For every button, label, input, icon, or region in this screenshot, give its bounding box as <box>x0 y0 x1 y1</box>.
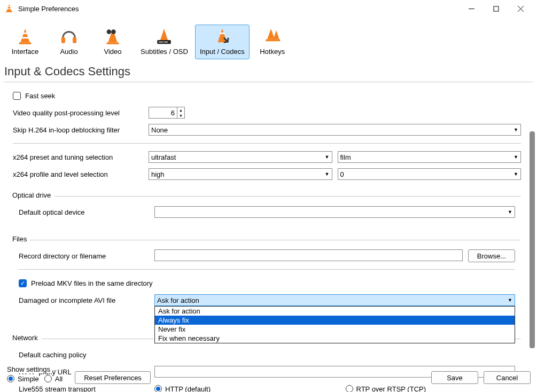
tab-label: Input / Codecs <box>200 48 245 56</box>
svg-rect-13 <box>73 37 76 43</box>
damaged-avi-option-always[interactable]: Always fix <box>155 316 515 325</box>
show-settings-simple-radio[interactable]: Simple <box>7 375 39 383</box>
scrollbar-thumb[interactable] <box>530 131 535 348</box>
x264-level-value: 0 <box>340 170 344 178</box>
input-codecs-icon <box>213 27 231 45</box>
svg-rect-26 <box>266 40 280 42</box>
chevron-down-icon: ▼ <box>325 171 330 177</box>
fast-seek-label: Fast seek <box>25 92 55 100</box>
minimize-button[interactable] <box>459 0 484 17</box>
damaged-avi-dropdown: Ask for action Always fix Never fix Fix … <box>154 306 515 343</box>
show-settings-group: Show settings Simple All <box>6 370 68 386</box>
tab-audio[interactable]: Audio <box>48 25 90 59</box>
quality-level-value: 6 <box>149 109 177 117</box>
chevron-down-icon: ▼ <box>513 127 518 132</box>
damaged-avi-label: Damaged or incomplete AVI file <box>19 296 154 304</box>
show-settings-all-label: All <box>55 375 63 383</box>
cancel-button[interactable]: Cancel <box>484 371 531 384</box>
audio-icon <box>60 27 78 45</box>
damaged-avi-option-when[interactable]: Fix when necessary <box>155 334 515 343</box>
svg-marker-24 <box>267 29 275 40</box>
optical-drive-group: Optical drive Default optical device ▼ <box>13 196 521 226</box>
svg-rect-2 <box>7 8 11 9</box>
titlebar: Simple Preferences <box>0 0 537 17</box>
tab-video[interactable]: Video <box>92 25 134 59</box>
record-dir-label: Record directory or filename <box>19 252 154 260</box>
svg-rect-11 <box>19 42 32 44</box>
tab-input-codecs[interactable]: Input / Codecs <box>195 25 250 59</box>
files-group: Files Record directory or filename Brows… <box>13 240 521 314</box>
damaged-avi-combo[interactable]: Ask for action ▼ <box>154 294 515 306</box>
vlc-icon <box>4 3 14 14</box>
svg-rect-3 <box>6 11 12 12</box>
x264-level-combo[interactable]: 0 ▼ <box>338 168 522 180</box>
subtitles-icon <box>155 27 173 45</box>
svg-marker-8 <box>21 29 30 43</box>
svg-rect-21 <box>164 42 168 42</box>
tab-hotkeys[interactable]: Hotkeys <box>252 25 293 59</box>
svg-point-16 <box>111 29 116 34</box>
settings-scroll-area: Fast seek Video quality post-processing … <box>0 82 537 355</box>
x264-tune-value: film <box>340 153 351 161</box>
interface-icon <box>16 27 34 45</box>
skip-deblock-combo[interactable]: None ▼ <box>149 124 521 136</box>
skip-deblock-label: Skip H.264 in-loop deblocking filter <box>13 126 149 134</box>
fast-seek-checkbox[interactable]: Fast seek <box>13 92 55 100</box>
x264-preset-label: x264 preset and tuning selection <box>13 153 149 161</box>
browse-button[interactable]: Browse... <box>468 249 515 262</box>
preload-mkv-label: Preload MKV files in the same directory <box>31 279 153 287</box>
window-title: Simple Preferences <box>18 5 79 13</box>
close-button[interactable] <box>508 0 533 17</box>
video-icon <box>104 27 122 45</box>
svg-rect-20 <box>159 42 164 42</box>
reset-preferences-button[interactable]: Reset Preferences <box>75 371 151 384</box>
x264-preset-combo[interactable]: ultrafast ▼ <box>149 151 332 163</box>
svg-rect-5 <box>494 6 499 11</box>
spin-up-icon[interactable]: ▲ <box>177 107 184 113</box>
skip-deblock-value: None <box>151 126 168 134</box>
tab-label: Interface <box>12 48 39 56</box>
chevron-down-icon: ▼ <box>325 154 330 160</box>
show-settings-legend: Show settings <box>7 365 52 373</box>
svg-rect-23 <box>220 33 225 34</box>
spin-down-icon[interactable]: ▼ <box>177 113 184 118</box>
quality-level-spinbox[interactable]: 6 ▲▼ <box>149 107 185 119</box>
caching-policy-label: Default caching policy <box>19 351 154 359</box>
chevron-down-icon: ▼ <box>513 154 518 160</box>
x264-profile-value: high <box>151 170 165 178</box>
svg-marker-25 <box>273 30 279 40</box>
files-legend: Files <box>12 235 30 243</box>
svg-rect-17 <box>107 42 119 44</box>
maximize-button[interactable] <box>484 0 508 17</box>
footer: Show settings Simple All Reset Preferenc… <box>0 363 537 392</box>
tab-interface[interactable]: Interface <box>4 25 46 59</box>
damaged-avi-value: Ask for action <box>157 296 199 304</box>
tab-subtitles-osd[interactable]: Subtitles / OSD <box>136 25 193 59</box>
x264-profile-label: x264 profile and level selection <box>13 170 149 178</box>
chevron-down-icon: ▼ <box>508 297 512 303</box>
tab-label: Audio <box>60 48 77 56</box>
divider <box>19 269 515 270</box>
x264-preset-value: ultrafast <box>151 153 176 161</box>
quality-level-label: Video quality post-processing level <box>13 109 149 117</box>
damaged-avi-option-never[interactable]: Never fix <box>155 325 515 334</box>
svg-rect-10 <box>22 37 29 38</box>
damaged-avi-option-ask[interactable]: Ask for action <box>155 307 515 316</box>
show-settings-simple-label: Simple <box>18 375 39 383</box>
default-optical-combo[interactable]: ▼ <box>154 206 515 218</box>
svg-rect-9 <box>23 33 28 34</box>
x264-tune-combo[interactable]: film ▼ <box>338 151 522 163</box>
show-settings-all-radio[interactable]: All <box>44 375 63 383</box>
default-optical-label: Default optical device <box>19 208 154 216</box>
network-legend: Network <box>12 334 41 342</box>
record-dir-input[interactable] <box>154 249 463 261</box>
preload-mkv-checkbox[interactable]: Preload MKV files in the same directory <box>19 279 153 287</box>
svg-rect-12 <box>61 37 65 43</box>
save-button[interactable]: Save <box>431 371 478 384</box>
svg-point-15 <box>107 29 112 34</box>
tab-label: Hotkeys <box>260 48 285 56</box>
optical-drive-legend: Optical drive <box>12 191 54 199</box>
hotkeys-icon <box>263 27 282 45</box>
x264-profile-combo[interactable]: high ▼ <box>149 168 332 180</box>
tab-label: Video <box>104 48 121 56</box>
